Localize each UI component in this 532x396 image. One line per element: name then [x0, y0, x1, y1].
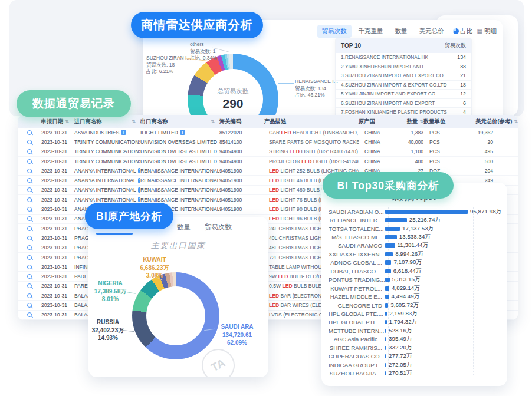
- search-icon[interactable]: [27, 226, 32, 231]
- bar-label: DUBAI, LITASCO ...: [329, 268, 385, 275]
- column-label: 出口商名称: [140, 118, 168, 126]
- metric-tab-美元总价[interactable]: 美元总价: [415, 25, 449, 38]
- column-label: 产品描述: [264, 118, 286, 126]
- bar: [385, 260, 391, 265]
- cell-exporter[interactable]: RENAIISSANCE INTERNATIONAL HKT: [140, 168, 219, 174]
- bar: [385, 269, 391, 273]
- bar-row: RELIANCE INTER...25,216.74万: [329, 216, 503, 224]
- cell-exporter[interactable]: RENAIISSANCE INTERNATIONAL HKT: [140, 187, 219, 193]
- bar-label: HPL GLOBAL PTE....: [329, 311, 385, 317]
- cell-exporter[interactable]: UNIVISION OVERSEAS LIMITEDT: [140, 139, 219, 145]
- search-icon[interactable]: [27, 236, 32, 240]
- metric-tab-数量[interactable]: 数量: [390, 25, 412, 38]
- sort-icon[interactable]: ⇅: [211, 119, 215, 124]
- ratio-toggle-button[interactable]: 占比: [453, 27, 473, 35]
- sort-icon[interactable]: ⇅: [132, 119, 136, 124]
- search-icon[interactable]: [27, 178, 32, 183]
- company-link-icon[interactable]: T: [121, 130, 126, 135]
- cell-importer[interactable]: ANANYA INTERNATIONALT: [74, 187, 140, 193]
- cell-exporter[interactable]: UNIVISION OVERSEAS LIMITEDT: [140, 148, 219, 154]
- search-icon[interactable]: [27, 216, 32, 221]
- origin-chart-title: 主要出口国家: [88, 240, 268, 251]
- tab-quantity[interactable]: 数量: [177, 223, 191, 232]
- search-icon[interactable]: [27, 130, 32, 135]
- sort-icon[interactable]: ⇅: [65, 119, 69, 124]
- top10-card: TOP 10 贸易次数 1.RENAISSANCE INTERNATIONAL …: [335, 38, 472, 127]
- column-header-进口商名称[interactable]: 进口商名称⇅: [74, 118, 140, 126]
- detail-toggle-button[interactable]: ▦ 明细: [477, 27, 497, 35]
- search-icon[interactable]: [27, 312, 32, 317]
- bar: [385, 346, 386, 350]
- cell-declare-date: 2023-10-31: [41, 187, 74, 193]
- column-header-出口商名称[interactable]: 出口商名称⇅: [140, 118, 219, 126]
- metric-tab-贸易次数[interactable]: 贸易次数: [317, 25, 352, 38]
- bar: [385, 337, 386, 341]
- search-icon[interactable]: [27, 303, 32, 308]
- cell-exporter[interactable]: RENAIISSANCE INTERNATIONAL HKT: [140, 197, 219, 203]
- search-icon[interactable]: [27, 169, 32, 173]
- search-icon[interactable]: [27, 197, 32, 202]
- bar-row: XXLIAXXE IXXERN...8,994.26万: [329, 250, 503, 258]
- cell-importer[interactable]: ANANYA INTERNATIONALT: [74, 177, 140, 183]
- sort-icon[interactable]: ⇅: [514, 119, 518, 124]
- cell-importer[interactable]: TRINITY COMMUNICATIONST: [74, 148, 140, 154]
- column-header-数量[interactable]: 数量⇅: [395, 118, 423, 126]
- bar-label: RELIANCE INTER...: [329, 217, 385, 223]
- row-action-cell: [18, 283, 41, 288]
- sort-icon[interactable]: ⇅: [419, 119, 423, 124]
- cell-importer[interactable]: TRINITY COMMUNICATIONST: [74, 159, 140, 164]
- cell-hs-code: 94051900: [219, 197, 264, 203]
- callout-line: [278, 83, 294, 84]
- search-icon[interactable]: [27, 187, 32, 192]
- metric-tab-千克重量[interactable]: 千克重量: [354, 25, 388, 38]
- top10-trade-count: 134: [457, 54, 466, 60]
- dashboard: 贸易次数千克重量数量美元总价 占比 ▦ 明细 总贸易次数 290 others …: [0, 0, 532, 396]
- company-link-icon[interactable]: T: [180, 130, 185, 135]
- top10-trade-count: 21: [460, 72, 466, 78]
- search-icon[interactable]: [27, 140, 32, 144]
- bar-row: HPL GLOBAL PTE ...1,794.32万: [329, 318, 503, 326]
- cell-usd-total: 204: [452, 168, 518, 174]
- search-icon[interactable]: [27, 293, 32, 298]
- cell-importer[interactable]: TRINITY COMMUNICATIONST: [74, 139, 140, 145]
- bar: [385, 286, 389, 291]
- cell-importer[interactable]: ANANYA INTERNATIONALT: [74, 197, 140, 203]
- cell-declare-date: 2023-10-31: [41, 235, 74, 241]
- search-icon[interactable]: [27, 274, 32, 279]
- tab-trade-count[interactable]: 贸易次数: [205, 223, 232, 232]
- search-icon[interactable]: [27, 207, 32, 212]
- search-icon[interactable]: [27, 245, 32, 250]
- cell-quantity-unit: PCS: [423, 130, 452, 136]
- ratio-label: 占比: [461, 27, 473, 35]
- top10-row: 5.YIWU JINJIN IMPORT AND EXPORT CO12: [336, 90, 471, 99]
- cell-exporter[interactable]: RENAIISSANCE INTERNATIONAL HKT: [140, 177, 219, 183]
- search-icon[interactable]: [27, 283, 32, 288]
- top10-company-name: 6.SUZHOU ZIRAN IMPORT AND EXPORT: [341, 100, 435, 106]
- bar-value: 25,216.74万: [409, 216, 441, 224]
- column-header-美元总价(参考)[interactable]: 美元总价(参考)⇅: [452, 118, 518, 126]
- column-label: 数量: [407, 118, 418, 126]
- bar-row: KUWAIT PETROL...4,829.14万: [329, 284, 503, 292]
- bar: [385, 227, 400, 231]
- cell-origin-country: CHINA: [359, 139, 395, 145]
- cell-origin-country: CHINA: [359, 159, 395, 164]
- cell-exporter[interactable]: UNIVISION OVERSEAS LIMITEDT: [140, 159, 219, 164]
- search-icon[interactable]: [27, 149, 32, 154]
- cell-exporter[interactable]: ILIGHT LIMITEDT: [140, 130, 219, 136]
- bar: [385, 329, 386, 333]
- bar: [385, 295, 389, 299]
- top10-company-name: 3.SUZHOU ZIRAN IMPORT AND EXPORT CO.: [341, 72, 445, 78]
- cell-importer[interactable]: ANANYA INTERNATIONALT: [74, 168, 140, 174]
- badge-trade-records: 数据通贸易记录: [17, 90, 131, 117]
- column-header-申报日期[interactable]: 申报日期⇅: [41, 118, 74, 126]
- search-icon[interactable]: [27, 255, 32, 260]
- bar: [385, 210, 468, 214]
- callout-saudi: SAUDI ARA 134,720.61 62.09%: [208, 323, 267, 347]
- cell-usd-total: 20: [452, 139, 518, 145]
- bar-value: 13,538.34万: [399, 233, 431, 241]
- search-icon[interactable]: [27, 159, 32, 164]
- bar: [385, 218, 407, 222]
- grid-detail-icon: ▦: [477, 28, 482, 34]
- cell-importer[interactable]: ASVA INDUSTRIEST: [74, 130, 140, 136]
- search-icon[interactable]: [27, 265, 32, 269]
